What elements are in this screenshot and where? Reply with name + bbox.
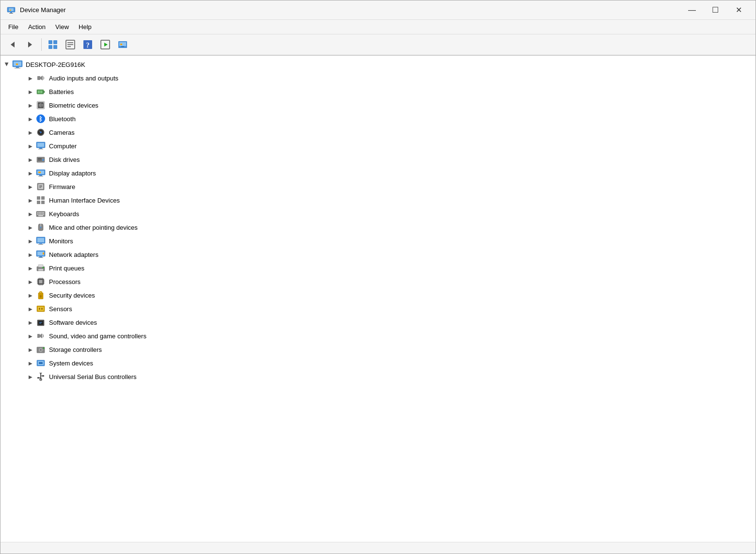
svg-rect-21 xyxy=(121,46,124,47)
tree-item-computer[interactable]: ▶ Computer xyxy=(0,139,756,153)
root-expand-arrow[interactable]: ▶ xyxy=(2,60,12,69)
close-button[interactable]: ✕ xyxy=(727,2,750,18)
tree-item-security[interactable]: ▶ Security devices xyxy=(0,288,756,302)
mice-expand[interactable]: ▶ xyxy=(26,222,35,232)
help-button[interactable]: ? xyxy=(80,36,96,53)
update-driver-button[interactable] xyxy=(114,36,131,53)
tree-root[interactable]: ▶ DESKTOP-2EG916K xyxy=(0,58,756,71)
monitors-icon xyxy=(35,236,46,246)
firmware-label: Firmware xyxy=(49,183,75,190)
menu-action[interactable]: Action xyxy=(23,21,50,32)
network-expand[interactable]: ▶ xyxy=(26,250,35,259)
printqueues-expand[interactable]: ▶ xyxy=(26,263,35,273)
help-icon: ? xyxy=(82,39,93,50)
tree-item-bluetooth[interactable]: ▶ ᛒ Bluetooth xyxy=(0,112,756,126)
audio-expand[interactable]: ▶ xyxy=(26,73,35,83)
svg-rect-50 xyxy=(38,158,42,159)
storage-expand[interactable]: ▶ xyxy=(26,345,35,354)
svg-rect-115 xyxy=(38,307,44,311)
diskdrives-expand[interactable]: ▶ xyxy=(26,155,35,164)
properties-button[interactable] xyxy=(62,36,79,53)
system-expand[interactable]: ▶ xyxy=(26,358,35,368)
security-expand[interactable]: ▶ xyxy=(26,290,35,300)
cameras-expand[interactable]: ▶ xyxy=(26,127,35,137)
svg-rect-71 xyxy=(42,212,43,213)
monitors-label: Monitors xyxy=(49,237,73,245)
show-all-icon xyxy=(48,39,58,50)
tree-item-keyboards[interactable]: ▶ Keyboards xyxy=(0,207,756,221)
batteries-label: Batteries xyxy=(49,88,74,95)
tree-item-audio[interactable]: ▶ Audio inputs and outputs xyxy=(0,71,756,85)
svg-rect-97 xyxy=(39,280,42,283)
biometric-expand[interactable]: ▶ xyxy=(26,100,35,110)
batteries-expand[interactable]: ▶ xyxy=(26,87,35,96)
svg-rect-64 xyxy=(41,196,45,200)
monitors-expand[interactable]: ▶ xyxy=(26,236,35,246)
svg-rect-9 xyxy=(48,45,52,49)
svg-rect-56 xyxy=(38,176,43,176)
firmware-icon xyxy=(35,181,46,192)
computer-expand[interactable]: ▶ xyxy=(26,141,35,151)
tree-item-biometric[interactable]: ▶ Biometric devices xyxy=(0,98,756,112)
tree-item-mice[interactable]: ▶ Mice and other pointing devices xyxy=(0,221,756,234)
svg-rect-83 xyxy=(39,243,42,244)
show-all-button[interactable] xyxy=(45,36,61,53)
tree-item-sound[interactable]: ▶ Sound, video and game controllers xyxy=(0,329,756,343)
maximize-button[interactable]: ☐ xyxy=(704,2,726,18)
svg-rect-46 xyxy=(37,143,44,147)
tree-item-processors[interactable]: ▶ xyxy=(0,275,756,288)
svg-rect-117 xyxy=(41,308,43,310)
processors-icon xyxy=(35,276,46,287)
sound-label: Sound, video and game controllers xyxy=(49,332,146,340)
hid-expand[interactable]: ▶ xyxy=(26,195,35,205)
tree-item-diskdrives[interactable]: ▶ Disk drives xyxy=(0,153,756,166)
svg-rect-82 xyxy=(37,238,44,242)
usb-expand[interactable]: ▶ xyxy=(26,372,35,381)
svg-point-94 xyxy=(43,267,44,269)
tree-item-usb[interactable]: ▶ Universal Serial Bus controllers xyxy=(0,370,756,383)
minimize-button[interactable]: — xyxy=(681,2,703,18)
display-expand[interactable]: ▶ xyxy=(26,168,35,178)
svg-rect-122 xyxy=(37,334,40,338)
tree-item-storage[interactable]: ▶ Storage controllers xyxy=(0,343,756,356)
firmware-expand[interactable]: ▶ xyxy=(26,182,35,191)
menu-help[interactable]: Help xyxy=(74,21,97,32)
system-label: System devices xyxy=(49,360,93,367)
svg-rect-31 xyxy=(38,91,40,93)
window-controls: — ☐ ✕ xyxy=(681,2,750,18)
processors-expand[interactable]: ▶ xyxy=(26,277,35,286)
window: Device Manager — ☐ ✕ File Action View He… xyxy=(0,0,756,554)
forward-button[interactable] xyxy=(22,36,38,53)
sensors-expand[interactable]: ▶ xyxy=(26,304,35,314)
bluetooth-expand[interactable]: ▶ xyxy=(26,114,35,124)
menu-file[interactable]: File xyxy=(3,21,23,32)
tree-item-printqueues[interactable]: ▶ Print queues xyxy=(0,261,756,275)
biometric-icon xyxy=(35,100,46,111)
menu-view[interactable]: View xyxy=(50,21,74,32)
tree-item-hid[interactable]: ▶ Human Interface Devices xyxy=(0,193,756,207)
svg-rect-66 xyxy=(41,201,45,204)
tree-item-software[interactable]: ▶ Software devices xyxy=(0,316,756,329)
scan-button[interactable] xyxy=(97,36,113,53)
diskdrives-label: Disk drives xyxy=(49,156,80,163)
tree-item-monitors[interactable]: ▶ Monitors xyxy=(0,234,756,248)
tree-item-cameras[interactable]: ▶ Cameras xyxy=(0,126,756,139)
back-icon xyxy=(8,40,17,49)
sound-icon xyxy=(35,331,46,341)
software-icon xyxy=(35,317,46,328)
device-tree[interactable]: ▶ DESKTOP-2EG916K ▶ xyxy=(0,56,756,542)
network-icon xyxy=(35,249,46,260)
tree-item-display[interactable]: ▶ Display adaptors xyxy=(0,166,756,180)
printqueues-label: Print queues xyxy=(49,265,84,272)
back-button[interactable] xyxy=(4,36,21,53)
hid-icon xyxy=(35,195,46,206)
tree-item-system[interactable]: ▶ System devices xyxy=(0,356,756,370)
software-expand[interactable]: ▶ xyxy=(26,317,35,327)
tree-item-sensors[interactable]: ▶ Sensors xyxy=(0,302,756,316)
sound-expand[interactable]: ▶ xyxy=(26,331,35,341)
keyboards-icon xyxy=(35,208,46,219)
tree-item-network[interactable]: ▶ Network adapters xyxy=(0,248,756,261)
keyboards-expand[interactable]: ▶ xyxy=(26,209,35,219)
tree-item-batteries[interactable]: ▶ Batteries xyxy=(0,85,756,98)
tree-item-firmware[interactable]: ▶ Firmware xyxy=(0,180,756,193)
